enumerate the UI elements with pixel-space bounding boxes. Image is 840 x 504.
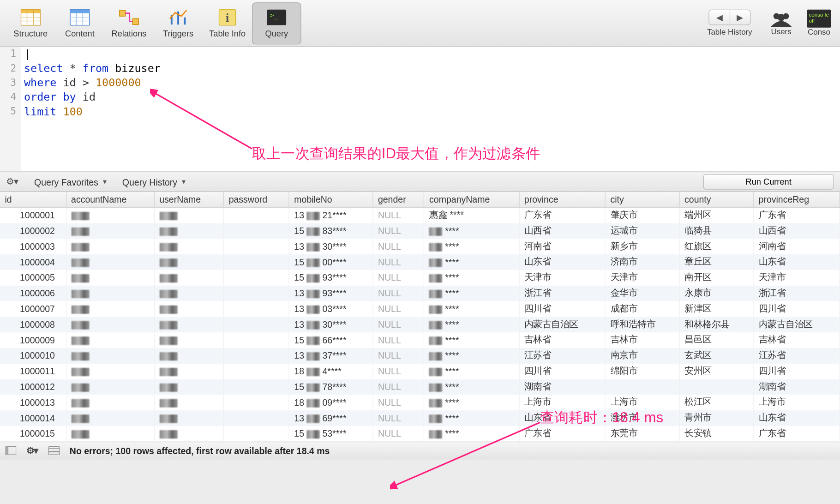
table-cell: 1000010 [0, 348, 66, 363]
table-cell: **** [424, 270, 519, 285]
table-cell [154, 285, 223, 301]
tab-content[interactable]: Content [55, 2, 105, 44]
table-cell: 13 21**** [289, 207, 373, 223]
table-cell: 13 03**** [289, 301, 373, 317]
table-cell: 内蒙古自治区 [754, 317, 840, 332]
history-back-button[interactable]: ◀ [709, 10, 730, 24]
table-cell [224, 410, 289, 426]
table-row[interactable]: 100000215 83****NULL ****山西省运城市临猗县山西省 [0, 223, 840, 239]
query-history-dropdown[interactable]: Query History ▾ [122, 177, 186, 187]
tab-relations[interactable]: Relations [104, 2, 154, 44]
table-cell [224, 301, 289, 317]
table-row[interactable]: 100000813 30****NULL ****内蒙古自治区呼和浩特市和林格尔… [0, 317, 840, 332]
line-number: 4 [4, 90, 16, 104]
table-cell: 1000004 [0, 254, 66, 270]
table-row[interactable]: 100000915 66****NULL ****吉林省吉林市昌邑区吉林省 [0, 332, 840, 348]
table-row[interactable]: 100001515 53****NULL ****广东省东莞市长安镇广东省 [0, 426, 840, 441]
run-current-button[interactable]: Run Current [703, 174, 834, 190]
column-header[interactable]: provinceReg [754, 192, 840, 207]
table-cell: 吉林市 [605, 332, 679, 348]
tab-tableinfo[interactable]: i Table Info [203, 2, 252, 44]
history-forward-button[interactable]: ▶ [730, 10, 750, 24]
column-header[interactable]: province [519, 192, 606, 207]
relations-icon [118, 8, 140, 26]
sql-keyword: where [24, 76, 56, 89]
table-cell [154, 410, 223, 426]
results-table: idaccountNameuserNamepasswordmobileNogen… [0, 192, 840, 441]
table-cell: 15 78**** [289, 379, 373, 395]
table-cell: **** [424, 254, 519, 270]
table-row[interactable]: 100000113 21****NULL惠鑫 ****广东省肇庆市端州区广东省 [0, 207, 840, 223]
table-mode-icon[interactable] [48, 445, 60, 456]
column-header[interactable]: city [605, 192, 679, 207]
table-row[interactable]: 100001013 37****NULL ****江苏省南京市玄武区江苏省 [0, 348, 840, 363]
table-cell: 1000007 [0, 301, 66, 317]
gear-icon[interactable]: ⚙︎▾ [6, 176, 18, 187]
table-cell: 昌邑区 [679, 332, 754, 348]
column-header[interactable]: gender [373, 192, 424, 207]
tab-query[interactable]: >_ Query [252, 2, 301, 44]
table-cell: 临猗县 [679, 223, 754, 239]
table-row[interactable]: 100001118 4****NULL ****四川省绵阳市安州区四川省 [0, 363, 840, 379]
column-header[interactable]: companyName [424, 192, 519, 207]
table-cell: **** [424, 317, 519, 332]
table-cell: NULL [373, 270, 424, 285]
table-row[interactable]: 100000515 93****NULL ****天津市天津市南开区天津市 [0, 270, 840, 285]
table-cell: 青州市 [679, 410, 754, 426]
table-cell: 运城市 [605, 223, 679, 239]
column-header[interactable]: county [679, 192, 754, 207]
gear-icon[interactable]: ⚙︎▾ [26, 445, 38, 456]
table-cell: 13 30**** [289, 317, 373, 332]
table-cell [224, 285, 289, 301]
line-number: 2 [4, 61, 16, 76]
table-row[interactable]: 100000415 00****NULL ****山东省济南市章丘区山东省 [0, 254, 840, 270]
table-cell: **** [424, 379, 519, 395]
table-cell [66, 363, 154, 379]
table-cell [154, 223, 223, 239]
table-cell [66, 348, 154, 363]
table-cell: 四川省 [754, 363, 840, 379]
table-cell: 肇庆市 [605, 207, 679, 223]
table-cell: NULL [373, 395, 424, 410]
query-favorites-dropdown[interactable]: Query Favorites ▾ [34, 177, 107, 187]
editor-code[interactable]: | select * from bizuser where id > 10000… [20, 47, 840, 171]
svg-rect-27 [6, 446, 8, 455]
svg-rect-12 [120, 10, 126, 16]
tab-structure[interactable]: Structure [6, 2, 55, 44]
column-header[interactable]: accountName [66, 192, 154, 207]
table-cell: 天津市 [754, 270, 840, 285]
column-header[interactable]: password [224, 192, 289, 207]
table-cell [66, 270, 154, 285]
table-cell [224, 317, 289, 332]
table-cell [224, 207, 289, 223]
dropdown-label: Query History [122, 177, 177, 187]
layout-toggle-icon[interactable] [5, 445, 17, 456]
column-header[interactable]: userName [154, 192, 223, 207]
table-cell: NULL [373, 285, 424, 301]
table-cell: NULL [373, 332, 424, 348]
table-cell: 广东省 [754, 426, 840, 441]
column-header[interactable]: mobileNo [289, 192, 373, 207]
table-cell: NULL [373, 363, 424, 379]
history-nav: ◀ ▶ [708, 10, 750, 25]
history-label: Table History [707, 28, 752, 36]
table-cell: 浙江省 [519, 285, 606, 301]
table-row[interactable]: 100000613 93****NULL ****浙江省金华市永康市浙江省 [0, 285, 840, 301]
tab-triggers[interactable]: Triggers [154, 2, 203, 44]
table-cell [154, 395, 223, 410]
users-group[interactable]: Users [763, 10, 799, 36]
table-row[interactable]: 100001215 78****NULL ****湖南省湖南省 [0, 379, 840, 395]
column-header[interactable]: id [0, 192, 66, 207]
table-cell: 山东省 [754, 254, 840, 270]
table-row[interactable]: 100001413 69****NULL ****山东省潍坊市青州市山东省 [0, 410, 840, 426]
table-row[interactable]: 100001318 09****NULL ****上海市上海市松江区上海市 [0, 395, 840, 410]
table-cell: **** [424, 395, 519, 410]
table-cell [224, 239, 289, 254]
table-row[interactable]: 100000313 30****NULL ****河南省新乡市红旗区河南省 [0, 239, 840, 254]
table-row[interactable]: 100000713 03****NULL ****四川省成都市新津区四川省 [0, 301, 840, 317]
results-panel[interactable]: idaccountNameuserNamepasswordmobileNogen… [0, 192, 840, 441]
sql-editor[interactable]: 1 2 3 4 5 | select * from bizuser where … [0, 47, 840, 171]
chevron-down-icon: ▾ [182, 178, 186, 186]
sql-text: id > [56, 76, 96, 89]
console-group[interactable]: conso le off Conso [804, 10, 834, 36]
